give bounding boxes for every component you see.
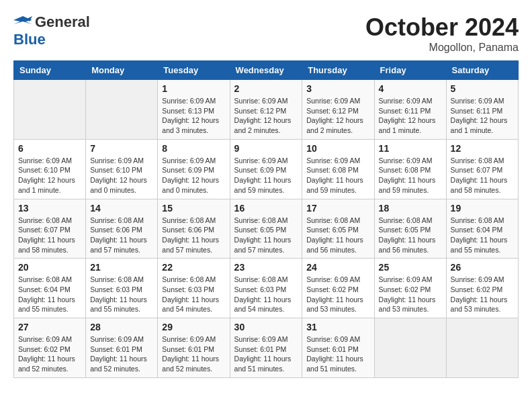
month-title: October 2024: [365, 13, 519, 42]
day-number: 19: [451, 203, 514, 214]
calendar-cell: 21Sunrise: 6:08 AM Sunset: 6:03 PM Dayli…: [86, 259, 158, 318]
day-info: Sunrise: 6:09 AM Sunset: 6:01 PM Dayligh…: [306, 334, 369, 374]
calendar-cell: 7Sunrise: 6:09 AM Sunset: 6:10 PM Daylig…: [86, 139, 158, 199]
calendar-cell: 20Sunrise: 6:08 AM Sunset: 6:04 PM Dayli…: [14, 259, 86, 318]
day-info: Sunrise: 6:09 AM Sunset: 6:13 PM Dayligh…: [162, 96, 225, 136]
logo-text-general: General: [35, 13, 90, 31]
day-info: Sunrise: 6:08 AM Sunset: 6:05 PM Dayligh…: [379, 216, 442, 255]
day-number: 26: [451, 262, 514, 273]
weekday-header: Wednesday: [230, 61, 302, 80]
calendar-week-row: 1Sunrise: 6:09 AM Sunset: 6:13 PM Daylig…: [14, 80, 519, 140]
weekday-header: Monday: [86, 61, 158, 80]
calendar-cell: 29Sunrise: 6:09 AM Sunset: 6:01 PM Dayli…: [158, 318, 230, 378]
calendar-cell: 8Sunrise: 6:09 AM Sunset: 6:09 PM Daylig…: [158, 139, 230, 199]
day-info: Sunrise: 6:08 AM Sunset: 6:03 PM Dayligh…: [90, 275, 153, 314]
day-number: 24: [306, 262, 369, 273]
day-info: Sunrise: 6:09 AM Sunset: 6:02 PM Dayligh…: [379, 275, 442, 314]
calendar-week-row: 27Sunrise: 6:09 AM Sunset: 6:02 PM Dayli…: [14, 318, 519, 378]
logo-text-blue: Blue: [13, 31, 46, 48]
calendar-cell: 30Sunrise: 6:09 AM Sunset: 6:01 PM Dayli…: [230, 318, 302, 378]
day-info: Sunrise: 6:09 AM Sunset: 6:08 PM Dayligh…: [306, 156, 369, 195]
day-info: Sunrise: 6:08 AM Sunset: 6:05 PM Dayligh…: [234, 216, 298, 255]
weekday-header: Thursday: [302, 61, 374, 80]
day-number: 9: [234, 143, 298, 154]
day-info: Sunrise: 6:08 AM Sunset: 6:07 PM Dayligh…: [451, 156, 514, 195]
day-info: Sunrise: 6:09 AM Sunset: 6:08 PM Dayligh…: [379, 156, 442, 195]
day-info: Sunrise: 6:08 AM Sunset: 6:07 PM Dayligh…: [18, 216, 81, 255]
calendar-cell: 27Sunrise: 6:09 AM Sunset: 6:02 PM Dayli…: [14, 318, 86, 378]
day-number: 1: [162, 83, 225, 94]
day-info: Sunrise: 6:09 AM Sunset: 6:09 PM Dayligh…: [234, 156, 298, 195]
calendar-cell: 11Sunrise: 6:09 AM Sunset: 6:08 PM Dayli…: [374, 139, 446, 199]
day-number: 30: [234, 322, 298, 332]
day-info: Sunrise: 6:09 AM Sunset: 6:02 PM Dayligh…: [306, 275, 369, 314]
calendar-cell: 3Sunrise: 6:09 AM Sunset: 6:12 PM Daylig…: [302, 80, 374, 140]
day-number: 29: [162, 322, 225, 332]
day-info: Sunrise: 6:08 AM Sunset: 6:05 PM Dayligh…: [306, 216, 369, 255]
day-number: 23: [234, 262, 298, 273]
page-header: General Blue October 2024 Mogollon, Pana…: [13, 13, 519, 54]
day-number: 20: [18, 262, 81, 273]
day-info: Sunrise: 6:09 AM Sunset: 6:11 PM Dayligh…: [379, 96, 442, 136]
calendar-cell: 16Sunrise: 6:08 AM Sunset: 6:05 PM Dayli…: [230, 199, 302, 259]
calendar-cell: 26Sunrise: 6:09 AM Sunset: 6:02 PM Dayli…: [446, 259, 518, 318]
calendar-cell: 13Sunrise: 6:08 AM Sunset: 6:07 PM Dayli…: [14, 199, 86, 259]
weekday-header: Tuesday: [158, 61, 230, 80]
day-number: 17: [306, 203, 369, 214]
day-number: 12: [451, 143, 514, 154]
day-info: Sunrise: 6:08 AM Sunset: 6:04 PM Dayligh…: [451, 216, 514, 255]
calendar-cell: 5Sunrise: 6:09 AM Sunset: 6:11 PM Daylig…: [446, 80, 518, 140]
day-info: Sunrise: 6:08 AM Sunset: 6:04 PM Dayligh…: [18, 275, 81, 314]
title-block: October 2024 Mogollon, Panama: [365, 13, 519, 54]
calendar-cell: [374, 318, 446, 378]
location: Mogollon, Panama: [365, 42, 519, 54]
calendar-cell: 1Sunrise: 6:09 AM Sunset: 6:13 PM Daylig…: [158, 80, 230, 140]
day-info: Sunrise: 6:08 AM Sunset: 6:03 PM Dayligh…: [234, 275, 298, 314]
weekday-header: Saturday: [446, 61, 518, 80]
calendar-cell: 23Sunrise: 6:08 AM Sunset: 6:03 PM Dayli…: [230, 259, 302, 318]
day-number: 2: [234, 83, 298, 94]
day-info: Sunrise: 6:09 AM Sunset: 6:01 PM Dayligh…: [162, 334, 225, 374]
calendar-cell: 22Sunrise: 6:08 AM Sunset: 6:03 PM Dayli…: [158, 259, 230, 318]
calendar-cell: 9Sunrise: 6:09 AM Sunset: 6:09 PM Daylig…: [230, 139, 302, 199]
day-number: 21: [90, 262, 153, 273]
calendar-cell: 15Sunrise: 6:08 AM Sunset: 6:06 PM Dayli…: [158, 199, 230, 259]
day-info: Sunrise: 6:09 AM Sunset: 6:01 PM Dayligh…: [234, 334, 298, 374]
calendar-week-row: 6Sunrise: 6:09 AM Sunset: 6:10 PM Daylig…: [14, 139, 519, 199]
calendar-cell: 10Sunrise: 6:09 AM Sunset: 6:08 PM Dayli…: [302, 139, 374, 199]
calendar-cell: 14Sunrise: 6:08 AM Sunset: 6:06 PM Dayli…: [86, 199, 158, 259]
day-info: Sunrise: 6:09 AM Sunset: 6:01 PM Dayligh…: [90, 334, 153, 374]
logo-bird-icon: [13, 15, 32, 30]
day-info: Sunrise: 6:09 AM Sunset: 6:02 PM Dayligh…: [451, 275, 514, 314]
calendar-week-row: 13Sunrise: 6:08 AM Sunset: 6:07 PM Dayli…: [14, 199, 519, 259]
day-number: 16: [234, 203, 298, 214]
calendar-cell: 25Sunrise: 6:09 AM Sunset: 6:02 PM Dayli…: [374, 259, 446, 318]
day-info: Sunrise: 6:09 AM Sunset: 6:10 PM Dayligh…: [90, 156, 153, 195]
day-number: 18: [379, 203, 442, 214]
calendar-cell: [14, 80, 86, 140]
calendar-cell: 28Sunrise: 6:09 AM Sunset: 6:01 PM Dayli…: [86, 318, 158, 378]
day-number: 5: [451, 83, 514, 94]
day-info: Sunrise: 6:09 AM Sunset: 6:02 PM Dayligh…: [18, 334, 81, 374]
logo: General Blue: [13, 13, 90, 48]
day-number: 3: [306, 83, 369, 94]
calendar-cell: [86, 80, 158, 140]
day-info: Sunrise: 6:09 AM Sunset: 6:12 PM Dayligh…: [234, 96, 298, 136]
calendar-cell: 2Sunrise: 6:09 AM Sunset: 6:12 PM Daylig…: [230, 80, 302, 140]
day-number: 4: [379, 83, 442, 94]
day-number: 6: [18, 143, 81, 154]
weekday-header: Friday: [374, 61, 446, 80]
day-number: 10: [306, 143, 369, 154]
calendar-cell: 12Sunrise: 6:08 AM Sunset: 6:07 PM Dayli…: [446, 139, 518, 199]
weekday-header: Sunday: [14, 61, 86, 80]
calendar-week-row: 20Sunrise: 6:08 AM Sunset: 6:04 PM Dayli…: [14, 259, 519, 318]
day-number: 7: [90, 143, 153, 154]
calendar-cell: 24Sunrise: 6:09 AM Sunset: 6:02 PM Dayli…: [302, 259, 374, 318]
day-info: Sunrise: 6:09 AM Sunset: 6:11 PM Dayligh…: [451, 96, 514, 136]
day-info: Sunrise: 6:09 AM Sunset: 6:09 PM Dayligh…: [162, 156, 225, 195]
calendar-cell: 17Sunrise: 6:08 AM Sunset: 6:05 PM Dayli…: [302, 199, 374, 259]
day-info: Sunrise: 6:08 AM Sunset: 6:06 PM Dayligh…: [162, 216, 225, 255]
day-number: 11: [379, 143, 442, 154]
calendar-cell: 19Sunrise: 6:08 AM Sunset: 6:04 PM Dayli…: [446, 199, 518, 259]
day-info: Sunrise: 6:08 AM Sunset: 6:03 PM Dayligh…: [162, 275, 225, 314]
